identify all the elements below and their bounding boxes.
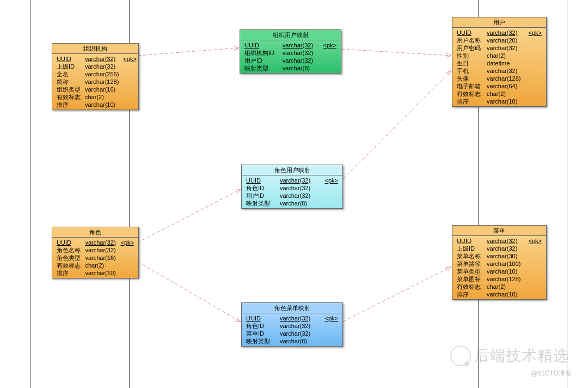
column-type: datetime <box>485 59 525 67</box>
column-pk-flag <box>319 192 340 199</box>
column-pk-flag: <pk> <box>319 314 340 322</box>
column-type: char(2) <box>485 283 525 290</box>
column-pk-flag <box>525 67 544 75</box>
column-row: 性别char(2) <box>455 52 544 59</box>
entity-body: UUIDvarchar(32)<pk>上级IDvarchar(32)菜单名称va… <box>452 236 546 299</box>
column-type: varchar(16) <box>83 254 118 262</box>
column-type: char(2) <box>485 90 525 98</box>
column-type: varchar(256) <box>83 70 121 78</box>
column-type: varchar(32) <box>83 239 118 246</box>
column-name: 映射类型 <box>244 337 278 345</box>
column-type: varchar(128) <box>485 275 525 283</box>
column-row: UUIDvarchar(32)<pk> <box>54 239 136 246</box>
column-type: char(2) <box>83 262 118 269</box>
entity-body: UUIDvarchar(32)<pk>用户名称varchar(20)用户密码va… <box>452 28 546 106</box>
column-name: 简称 <box>54 78 83 86</box>
column-name: 角色名称 <box>54 246 83 254</box>
column-pk-flag <box>319 330 340 337</box>
column-name: 映射类型 <box>242 64 280 72</box>
watermark-logo: 后端技术精选 <box>450 345 569 366</box>
column-name: 映射类型 <box>244 199 278 207</box>
entity-body: UUIDvarchar(32)<pk>上级IDvarchar(32)全名varc… <box>52 54 138 110</box>
column-pk-flag: <pk> <box>319 177 340 184</box>
column-row: UUIDvarchar(32)<pk> <box>455 29 544 37</box>
column-type: varchar(32) <box>280 41 319 49</box>
column-name: 菜单路径 <box>455 260 485 268</box>
entity-roleMenuMap: 角色菜单映射UUIDvarchar(32)<pk>角色IDvarchar(32)… <box>241 302 343 347</box>
column-type: varchar(32) <box>278 322 319 330</box>
column-row: 菜单路径varchar(100) <box>455 260 544 268</box>
column-name: UUID <box>242 41 280 49</box>
column-pk-flag <box>319 57 339 64</box>
column-pk-flag <box>525 260 544 268</box>
column-pk-flag <box>121 86 138 93</box>
svg-line-1 <box>341 49 451 56</box>
column-row: 菜单类型varchar(10) <box>455 268 544 275</box>
column-type: varchar(8) <box>278 199 319 207</box>
entity-title: 用户 <box>452 17 546 28</box>
column-type: varchar(32) <box>83 246 118 254</box>
column-name: 全名 <box>54 70 83 78</box>
entity-org: 组织机构UUIDvarchar(32)<pk>上级IDvarchar(32)全名… <box>52 43 139 110</box>
column-row: 有效标志char(2) <box>54 93 139 101</box>
column-pk-flag <box>525 75 544 82</box>
column-name: UUID <box>244 177 278 184</box>
column-row: 生日datetime <box>455 59 544 67</box>
column-pk-flag <box>118 262 136 269</box>
column-name: 用户ID <box>244 192 278 199</box>
column-name: 有效标志 <box>54 262 83 269</box>
column-row: 全名varchar(256) <box>54 70 139 78</box>
column-name: 菜单ID <box>244 330 278 337</box>
column-name: UUID <box>244 314 278 322</box>
column-name: UUID <box>455 237 485 245</box>
column-type: varchar(32) <box>278 314 319 322</box>
column-type: varchar(32) <box>278 330 319 337</box>
column-type: varchar(32) <box>485 245 525 252</box>
column-type: varchar(16) <box>83 86 121 93</box>
column-row: 用户IDvarchar(32) <box>242 57 339 64</box>
column-row: 有效标志char(2) <box>455 90 544 98</box>
column-row: 电子邮箱varchar(64) <box>455 82 544 90</box>
column-type: varchar(64) <box>485 82 525 90</box>
column-pk-flag <box>118 269 136 277</box>
column-row: 有效标志char(2) <box>455 283 544 290</box>
column-pk-flag <box>525 37 544 44</box>
svg-line-2 <box>138 190 240 242</box>
column-pk-flag: <pk> <box>525 237 544 245</box>
column-type: varchar(32) <box>83 55 121 63</box>
column-row: UUIDvarchar(32)<pk> <box>244 314 340 322</box>
column-row: 用户IDvarchar(32) <box>244 192 340 199</box>
column-row: 用户密码varchar(32) <box>455 44 544 52</box>
column-pk-flag <box>121 101 138 108</box>
column-type: varchar(10) <box>83 269 118 277</box>
column-pk-flag <box>118 254 136 262</box>
column-pk-flag <box>525 52 544 59</box>
entity-title: 角色 <box>52 227 138 238</box>
svg-line-0 <box>138 48 238 56</box>
column-row: 映射类型varchar(8) <box>244 337 340 345</box>
column-row: 菜单IDvarchar(32) <box>244 330 340 337</box>
column-row: 组织机构IDvarchar(32) <box>242 49 339 57</box>
column-name: 上级ID <box>54 63 83 70</box>
column-row: 菜单名称varchar(30) <box>455 252 544 260</box>
column-type: varchar(128) <box>83 78 121 86</box>
column-name: 性别 <box>455 52 485 59</box>
speech-bubble-icon <box>450 345 471 366</box>
column-pk-flag <box>121 78 138 86</box>
column-row: 角色类型varchar(16) <box>54 254 136 262</box>
column-pk-flag <box>319 49 339 57</box>
column-pk-flag <box>525 275 544 283</box>
column-type: varchar(32) <box>280 49 319 57</box>
column-type: varchar(30) <box>485 252 525 260</box>
column-row: 组织类型varchar(16) <box>54 86 139 93</box>
column-pk-flag: <pk> <box>118 239 136 246</box>
column-name: 角色ID <box>244 322 278 330</box>
column-name: 角色ID <box>244 184 278 192</box>
column-row: 排序varchar(10) <box>54 269 136 277</box>
column-name: 用户ID <box>242 57 280 64</box>
column-pk-flag <box>525 90 544 98</box>
watermark-title: 后端技术精选 <box>474 345 569 366</box>
entity-title: 组织机构 <box>52 44 138 54</box>
column-pk-flag <box>525 283 544 290</box>
column-pk-flag: <pk> <box>121 55 138 63</box>
